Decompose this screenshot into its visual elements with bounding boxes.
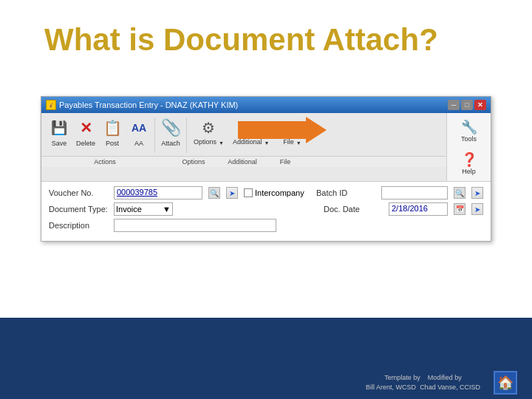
modified-by-label: Modified by — [428, 374, 462, 381]
tools-button[interactable]: 🔧 Tools — [450, 116, 488, 146]
post-icon: 📋 — [102, 117, 123, 138]
help-label: Help — [462, 168, 476, 175]
maximize-button[interactable]: □ — [461, 100, 473, 110]
tools-icon: 🔧 — [461, 119, 477, 135]
post-button[interactable]: 📋 Post — [99, 116, 126, 154]
delete-icon: ✕ — [75, 117, 96, 138]
delete-label: Delete — [76, 140, 95, 147]
title-bar-left: 💰 Payables Transaction Entry - DNAZ (KAT… — [46, 100, 238, 110]
close-button[interactable]: ✕ — [474, 100, 486, 110]
doc-date-input[interactable]: 2/18/2016 — [389, 202, 448, 216]
attach-icon: 📎 — [160, 117, 181, 138]
batch-search-button[interactable]: 🔍 — [454, 187, 466, 199]
batch-id-label: Batch ID — [316, 188, 375, 197]
batch-nav-button[interactable]: ➤ — [471, 187, 483, 199]
voucher-nav-button[interactable]: ➤ — [226, 187, 238, 199]
separator-2 — [186, 117, 187, 153]
intercompany-checkbox[interactable] — [244, 188, 253, 197]
file-section-label: File — [269, 158, 301, 166]
additional-section-label: Additional — [219, 158, 266, 166]
options-label: Options — [194, 138, 216, 146]
template-by-label: Template by — [384, 374, 420, 381]
window-title: Payables Transaction Entry - DNAZ (KATHY… — [59, 100, 238, 109]
help-button[interactable]: ❓ Help — [450, 149, 488, 178]
separator-1 — [154, 117, 155, 153]
home-button[interactable]: 🏠 — [494, 371, 517, 395]
attach-label: Attach — [161, 140, 180, 147]
options-button[interactable]: ⚙ Options ▼ — [189, 116, 228, 154]
arrow-head — [306, 117, 327, 143]
options-section-label: Options — [171, 158, 216, 166]
section-labels-row: Actions Options Additional File — [41, 156, 446, 167]
help-icon: ❓ — [461, 151, 477, 168]
aa-button[interactable]: AA AA — [126, 116, 152, 154]
voucher-search-button[interactable]: 🔍 — [208, 187, 220, 199]
doctype-row: Document Type: Invoice ▼ Doc. Date 2/18/… — [49, 202, 483, 216]
bottom-right: Template by Modified by Bill Arent, WCSD… — [366, 371, 517, 395]
actions-section-label: Actions — [46, 158, 164, 166]
doc-date-label: Doc. Date — [324, 205, 383, 214]
title-bar: 💰 Payables Transaction Entry - DNAZ (KAT… — [41, 97, 491, 113]
tools-label: Tools — [461, 135, 477, 143]
post-label: Post — [106, 140, 119, 147]
orange-arrow — [238, 117, 327, 143]
intercompany-wrapper: Intercompany — [244, 188, 304, 197]
minimize-button[interactable]: ─ — [448, 100, 460, 110]
template-author: Bill Arent, WCSD — [366, 383, 416, 391]
options-label-row: Options ▼ — [194, 138, 224, 146]
intercompany-label: Intercompany — [255, 188, 304, 197]
date-cal-button[interactable]: 📅 — [454, 203, 466, 215]
description-input[interactable] — [114, 219, 276, 232]
attach-button[interactable]: 📎 Attach — [157, 116, 184, 154]
description-label: Description — [49, 221, 108, 230]
delete-button[interactable]: ✕ Delete — [72, 116, 99, 154]
aa-label: AA — [134, 140, 143, 147]
bottom-bar: Template by Modified by Bill Arent, WCSD… — [0, 318, 532, 399]
slide-title: What is Document Attach? — [44, 22, 438, 58]
app-icon: 💰 — [46, 100, 56, 110]
save-label: Save — [52, 140, 67, 147]
voucher-no-label: Voucher No. — [49, 188, 108, 197]
description-row: Description — [49, 219, 483, 232]
batch-id-input[interactable] — [381, 186, 448, 200]
aa-icon: AA — [129, 117, 149, 138]
arrow-body — [238, 121, 306, 139]
window-controls: ─ □ ✕ — [448, 100, 486, 110]
doc-date-value: 2/18/2016 — [392, 204, 428, 213]
slide-background: What is Document Attach? 💰 Payables Tran… — [0, 0, 532, 399]
date-nav-button[interactable]: ➤ — [471, 203, 483, 215]
save-icon: 💾 — [49, 117, 69, 138]
voucher-row: Voucher No. 000039785 🔍 ➤ Intercompany B… — [49, 186, 483, 200]
form-area: Voucher No. 000039785 🔍 ➤ Intercompany B… — [41, 182, 491, 241]
options-chevron: ▼ — [219, 140, 224, 146]
template-info: Template by Modified by Bill Arent, WCSD… — [366, 373, 480, 392]
options-icon: ⚙ — [198, 117, 219, 138]
modified-author: Chad Vanse, CCISD — [420, 383, 480, 391]
side-panel: 🔧 Tools ❓ Help — [446, 113, 491, 181]
voucher-no-value: 000039785 — [117, 188, 157, 197]
voucher-no-input[interactable]: 000039785 — [114, 186, 202, 200]
document-type-value: Invoice — [116, 205, 142, 214]
document-type-select[interactable]: Invoice ▼ — [114, 202, 173, 216]
document-type-label: Document Type: — [49, 205, 108, 214]
save-button[interactable]: 💾 Save — [46, 116, 72, 154]
document-type-chevron: ▼ — [163, 205, 171, 214]
